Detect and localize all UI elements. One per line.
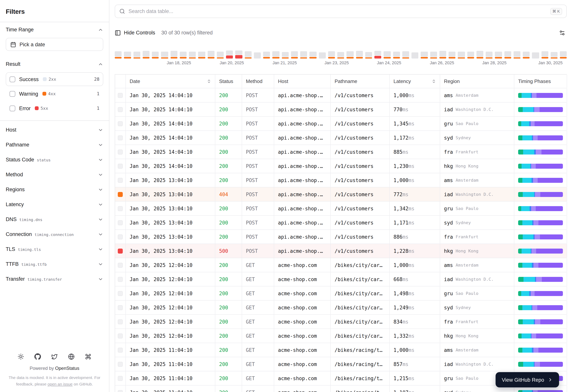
timeline-bar[interactable] <box>495 48 502 58</box>
timeline-bar[interactable] <box>356 48 363 58</box>
row-select-cell[interactable] <box>115 258 126 272</box>
hide-controls-button[interactable]: Hide Controls <box>115 30 155 36</box>
row-select-cell[interactable] <box>115 187 126 201</box>
timeline-bar[interactable] <box>245 48 252 58</box>
table-row[interactable]: Jan 30, 2025 13:04:10200POSTapi.acme-sho… <box>115 202 567 216</box>
checkbox[interactable] <box>10 76 15 82</box>
command-menu-button[interactable] <box>85 354 91 360</box>
table-row[interactable]: Jan 30, 2025 13:04:10200POSTapi.acme-sho… <box>115 230 567 244</box>
timeline-bar[interactable] <box>513 48 521 58</box>
timeline-bar[interactable] <box>476 48 484 58</box>
table-row[interactable]: Jan 30, 2025 12:04:10200GETacme-shop.com… <box>115 315 567 329</box>
openstatus-link[interactable]: OpenStatus <box>55 366 79 371</box>
table-row[interactable]: Jan 30, 2025 12:04:10200GETacme-shop.com… <box>115 258 567 272</box>
timeline-bar[interactable] <box>328 48 335 58</box>
row-select-cell[interactable] <box>115 386 126 392</box>
table-row[interactable]: Jan 30, 2025 13:04:10500POSTapi.acme-sho… <box>115 244 567 258</box>
sidebar-section-ttfb[interactable]: TTFBtiming.ttfb <box>6 257 103 272</box>
section-time-range[interactable]: Time Range <box>6 22 103 37</box>
timeline-bar[interactable] <box>458 48 465 58</box>
timeline-bar[interactable] <box>217 48 224 58</box>
row-select-cell[interactable] <box>115 202 126 215</box>
timeline-bar[interactable] <box>124 48 131 58</box>
row-select-cell[interactable] <box>115 102 126 116</box>
row-select-cell[interactable] <box>115 145 126 159</box>
timeline-bar[interactable] <box>541 48 548 58</box>
row-select-cell[interactable] <box>115 272 126 286</box>
timeline-bar[interactable] <box>133 48 140 58</box>
date-picker-button[interactable]: Pick a date <box>6 38 103 51</box>
timeline-bar[interactable] <box>309 48 317 58</box>
table-row[interactable]: Jan 30, 2025 14:04:10200POSTapi.acme-sho… <box>115 102 567 117</box>
timeline-bar[interactable] <box>337 48 344 58</box>
timeline-bar[interactable] <box>532 48 539 58</box>
column-header-latency[interactable]: Latency <box>390 75 440 88</box>
timeline-bar[interactable] <box>374 48 381 58</box>
row-select-cell[interactable] <box>115 244 126 258</box>
row-select-cell[interactable] <box>115 329 126 343</box>
timeline-bar[interactable] <box>365 48 372 58</box>
timeline-bar[interactable] <box>402 48 409 58</box>
table-row[interactable]: Jan 30, 2025 14:04:10200POSTapi.acme-sho… <box>115 131 567 145</box>
row-select-cell[interactable] <box>115 343 126 357</box>
sidebar-section-host[interactable]: Host <box>6 122 103 137</box>
table-row[interactable]: Jan 30, 2025 13:04:10200POSTapi.acme-sho… <box>115 173 567 187</box>
timeline-bar[interactable] <box>115 48 122 58</box>
timeline-bar[interactable] <box>560 48 567 58</box>
timeline-bar[interactable] <box>486 48 493 58</box>
github-link[interactable] <box>34 354 41 360</box>
row-select-cell[interactable] <box>115 159 126 173</box>
timeline-bar[interactable] <box>282 48 289 58</box>
result-option-error[interactable]: Error5xx1 <box>6 101 103 115</box>
column-header-date[interactable]: Date <box>126 75 215 88</box>
timeline-bar[interactable] <box>180 48 187 58</box>
timeline-bar[interactable] <box>393 48 400 58</box>
timeline-bar[interactable] <box>235 48 242 58</box>
timeline-bar[interactable] <box>411 48 418 58</box>
sidebar-section-regions[interactable]: Regions <box>6 182 103 197</box>
website-link[interactable] <box>68 354 75 360</box>
search-bar[interactable]: ⌘ K <box>115 5 567 18</box>
sidebar-section-method[interactable]: Method <box>6 167 103 182</box>
sidebar-section-dns[interactable]: DNStiming.dns <box>6 212 103 227</box>
row-select-cell[interactable] <box>115 286 126 300</box>
row-select-cell[interactable] <box>115 357 126 371</box>
timeline-bar[interactable] <box>272 48 279 58</box>
timeline-bar[interactable] <box>504 48 511 58</box>
timeline-bar[interactable] <box>198 48 205 58</box>
table-row[interactable]: Jan 30, 2025 13:04:10200POSTapi.acme-sho… <box>115 216 567 230</box>
sidebar-section-transfer[interactable]: Transfertiming.transfer <box>6 272 103 286</box>
row-select-cell[interactable] <box>115 88 126 102</box>
view-options-button[interactable] <box>557 28 567 37</box>
timeline-bar[interactable] <box>421 48 428 58</box>
timeline-bar[interactable] <box>226 48 233 58</box>
open-issue-link[interactable]: open an issue <box>48 381 73 386</box>
search-input[interactable] <box>128 8 547 14</box>
timeline-bar[interactable] <box>152 48 159 58</box>
timeline-bar[interactable] <box>319 48 326 58</box>
table-row[interactable]: Jan 30, 2025 11:04:10200GETacme-shop.com… <box>115 343 567 357</box>
timeline-bar[interactable] <box>208 48 215 58</box>
timeline-bar[interactable] <box>254 48 261 58</box>
sidebar-section-pathname[interactable]: Pathname <box>6 137 103 152</box>
timeline-bar[interactable] <box>523 48 530 58</box>
section-result[interactable]: Result <box>6 56 103 71</box>
result-option-warning[interactable]: Warning4xx1 <box>6 87 103 101</box>
sidebar-section-status-code[interactable]: Status Codestatus <box>6 152 103 167</box>
timeline-bar[interactable] <box>291 48 298 58</box>
table-row[interactable]: Jan 30, 2025 11:04:10200GETacme-shop.com… <box>115 357 567 371</box>
table-row[interactable]: Jan 30, 2025 14:04:10200POSTapi.acme-sho… <box>115 145 567 159</box>
row-select-cell[interactable] <box>115 315 126 329</box>
sidebar-section-connection[interactable]: Connectiontiming.connection <box>6 227 103 242</box>
table-row[interactable]: Jan 30, 2025 14:04:10200POSTapi.acme-sho… <box>115 88 567 102</box>
twitter-link[interactable] <box>51 354 58 360</box>
timeline-bar[interactable] <box>170 48 178 58</box>
row-select-cell[interactable] <box>115 117 126 130</box>
timeline-bar[interactable] <box>347 48 354 58</box>
table-row[interactable]: Jan 30, 2025 13:04:10404POSTapi.acme-sho… <box>115 187 567 202</box>
timeline-bar[interactable] <box>439 48 446 58</box>
row-select-cell[interactable] <box>115 131 126 145</box>
timeline-bar[interactable] <box>430 48 437 58</box>
row-select-cell[interactable] <box>115 216 126 229</box>
sidebar-section-tls[interactable]: TLStiming.tls <box>6 242 103 257</box>
